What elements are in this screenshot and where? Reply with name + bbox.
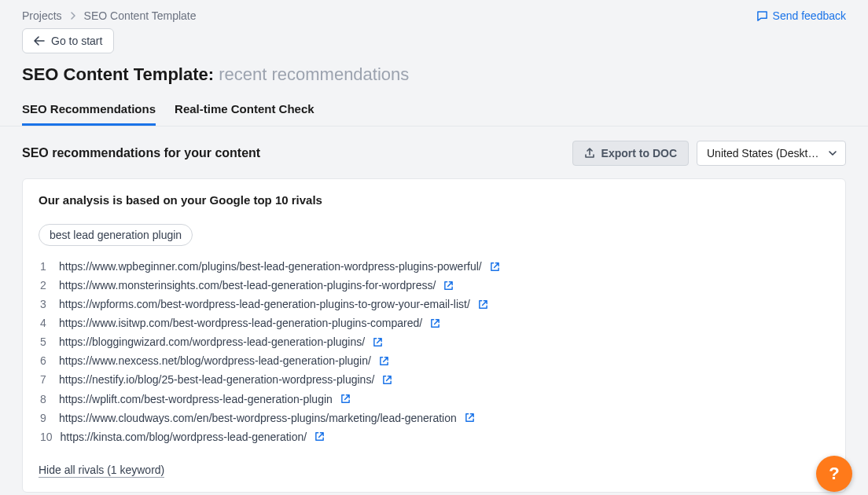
tabs: SEO Recommendations Real-time Content Ch… bbox=[22, 102, 846, 126]
breadcrumb-current[interactable]: SEO Content Template bbox=[84, 9, 197, 22]
rival-index: 10 bbox=[40, 427, 53, 446]
go-to-start-label: Go to start bbox=[51, 35, 102, 47]
external-link-icon[interactable] bbox=[314, 431, 325, 442]
external-link-icon[interactable] bbox=[478, 299, 488, 310]
region-label: United States (Deskt… bbox=[707, 147, 818, 160]
rival-index: 2 bbox=[40, 276, 51, 295]
rival-row: 6https://www.nexcess.net/blog/wordpress-… bbox=[40, 351, 829, 370]
rival-index: 3 bbox=[40, 295, 51, 314]
rival-index: 1 bbox=[40, 257, 51, 276]
rival-row: 5https://bloggingwizard.com/wordpress-le… bbox=[40, 332, 829, 351]
rival-url[interactable]: https://kinsta.com/blog/wordpress-lead-g… bbox=[61, 427, 307, 446]
rival-row: 1https://www.wpbeginner.com/plugins/best… bbox=[40, 257, 829, 276]
rival-row: 4https://www.isitwp.com/best-wordpress-l… bbox=[40, 314, 829, 332]
rival-index: 8 bbox=[40, 390, 51, 409]
rivals-card: Our analysis is based on your Google top… bbox=[22, 178, 846, 493]
help-fab[interactable]: ? bbox=[816, 456, 852, 492]
content-heading: SEO recommendations for your content bbox=[22, 146, 260, 160]
rival-row: 8https://wplift.com/best-wordpress-lead-… bbox=[40, 390, 829, 409]
keyword-pill[interactable]: best lead generation plugin bbox=[39, 224, 193, 246]
chevron-down-icon bbox=[828, 149, 837, 157]
tab-realtime-check[interactable]: Real-time Content Check bbox=[175, 102, 314, 126]
export-icon bbox=[584, 148, 595, 159]
external-link-icon[interactable] bbox=[490, 262, 500, 272]
external-link-icon[interactable] bbox=[379, 356, 389, 366]
rival-url[interactable]: https://www.isitwp.com/best-wordpress-le… bbox=[59, 314, 422, 332]
external-link-icon[interactable] bbox=[465, 412, 475, 423]
export-label: Export to DOC bbox=[601, 147, 677, 160]
rival-index: 6 bbox=[40, 351, 51, 370]
breadcrumb-root[interactable]: Projects bbox=[22, 9, 62, 22]
rival-row: 2https://www.monsterinsights.com/best-le… bbox=[40, 276, 829, 295]
rival-url[interactable]: https://www.monsterinsights.com/best-lea… bbox=[59, 276, 436, 295]
rival-row: 3https://wpforms.com/best-wordpress-lead… bbox=[40, 295, 829, 314]
go-to-start-button[interactable]: Go to start bbox=[22, 28, 114, 53]
send-feedback-link[interactable]: Send feedback bbox=[756, 9, 846, 22]
rival-index: 7 bbox=[40, 370, 51, 389]
breadcrumb: Projects SEO Content Template bbox=[22, 9, 197, 22]
card-title: Our analysis is based on your Google top… bbox=[39, 193, 829, 207]
rival-index: 5 bbox=[40, 332, 51, 351]
external-link-icon[interactable] bbox=[373, 337, 383, 347]
region-select[interactable]: United States (Deskt… bbox=[697, 141, 846, 166]
page-title-main: SEO Content Template: bbox=[22, 64, 214, 84]
feedback-icon bbox=[756, 10, 768, 22]
rival-row: 9https://www.cloudways.com/en/best-wordp… bbox=[40, 409, 829, 427]
hide-all-rivals-link[interactable]: Hide all rivals (1 keyword) bbox=[39, 464, 164, 478]
external-link-icon[interactable] bbox=[382, 375, 392, 385]
external-link-icon[interactable] bbox=[443, 280, 454, 291]
arrow-left-icon bbox=[34, 36, 45, 46]
page-title: SEO Content Template: recent recommendat… bbox=[22, 64, 846, 85]
rival-index: 4 bbox=[40, 314, 51, 332]
rival-index: 9 bbox=[40, 409, 51, 427]
external-link-icon[interactable] bbox=[340, 394, 351, 404]
rival-row: 7https://nestify.io/blog/25-best-lead-ge… bbox=[40, 370, 829, 389]
rival-url[interactable]: https://wpforms.com/best-wordpress-lead-… bbox=[59, 295, 470, 314]
rival-list: 1https://www.wpbeginner.com/plugins/best… bbox=[40, 257, 829, 446]
tab-seo-recommendations[interactable]: SEO Recommendations bbox=[22, 102, 156, 126]
feedback-label: Send feedback bbox=[773, 9, 846, 22]
export-doc-button[interactable]: Export to DOC bbox=[572, 141, 689, 166]
external-link-icon[interactable] bbox=[430, 318, 440, 328]
rival-url[interactable]: https://www.cloudways.com/en/best-wordpr… bbox=[59, 409, 457, 427]
rival-url[interactable]: https://wplift.com/best-wordpress-lead-g… bbox=[59, 390, 333, 409]
rival-url[interactable]: https://www.wpbeginner.com/plugins/best-… bbox=[59, 257, 482, 276]
rival-url[interactable]: https://www.nexcess.net/blog/wordpress-l… bbox=[59, 351, 371, 370]
rival-url[interactable]: https://bloggingwizard.com/wordpress-lea… bbox=[59, 332, 365, 351]
chevron-right-icon bbox=[70, 12, 76, 20]
rival-url[interactable]: https://nestify.io/blog/25-best-lead-gen… bbox=[59, 370, 374, 389]
rival-row: 10https://kinsta.com/blog/wordpress-lead… bbox=[40, 427, 829, 446]
page-title-sub: recent recommendations bbox=[219, 64, 409, 84]
